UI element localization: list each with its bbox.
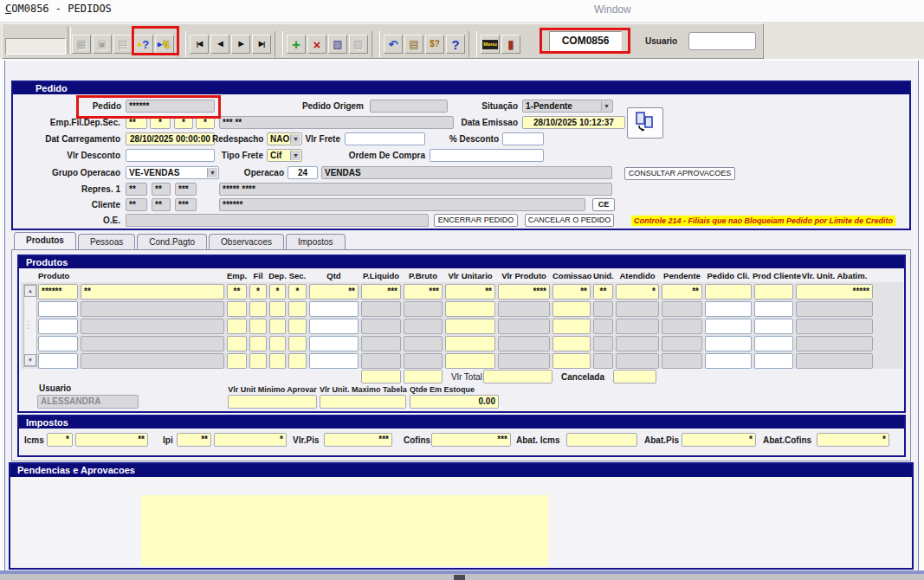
usuario-input[interactable] xyxy=(688,32,756,50)
dat-carregamento-field[interactable]: 28/10/2025 00:00:00 xyxy=(126,132,215,145)
grid-cell[interactable] xyxy=(269,353,286,369)
grid-cell[interactable] xyxy=(249,353,267,369)
scroll-down-icon[interactable]: ▼ xyxy=(24,354,36,366)
grid-cell[interactable] xyxy=(249,301,267,317)
grupo-operacao-dropdown[interactable]: VE-VENDAS▼ xyxy=(126,166,219,179)
grid-cell[interactable] xyxy=(616,353,659,369)
last-record-button[interactable]: ▶| xyxy=(252,35,271,54)
pedido-origem-field[interactable] xyxy=(370,100,448,113)
grid-cell[interactable] xyxy=(361,336,401,351)
copy-order-button[interactable] xyxy=(627,107,663,139)
grid-cell[interactable] xyxy=(81,336,224,351)
grid-cell[interactable]: * xyxy=(269,284,286,300)
cliente-field2[interactable]: ** xyxy=(152,198,171,211)
grid-cell[interactable] xyxy=(796,336,873,351)
grid-cell[interactable] xyxy=(309,319,359,334)
grid-scrollbar[interactable]: ▲ ∶∶∶∶ ▼ xyxy=(23,284,37,367)
tab-impostos[interactable]: Impostos xyxy=(286,234,346,250)
grid-cell[interactable]: * xyxy=(616,284,659,300)
grid-cell[interactable] xyxy=(81,301,224,317)
cliente-desc-field[interactable]: ****** xyxy=(219,198,585,211)
grid-cell[interactable] xyxy=(288,336,307,351)
grid-cell[interactable]: *** xyxy=(361,284,401,300)
grid-cell[interactable] xyxy=(404,336,443,351)
grid-cell[interactable] xyxy=(81,319,224,334)
grid-cell[interactable] xyxy=(249,336,267,351)
grid-cell[interactable] xyxy=(498,336,550,351)
grid-cell[interactable] xyxy=(288,353,307,369)
grid-cell[interactable] xyxy=(616,301,659,317)
grid-cell[interactable]: ****** xyxy=(38,284,78,300)
taskbar-item[interactable] xyxy=(454,575,465,580)
menu-button[interactable]: Menu xyxy=(481,35,500,54)
ordem-de-compra-field[interactable] xyxy=(430,149,544,162)
icms-field-1[interactable]: * xyxy=(47,433,73,447)
grid-cell[interactable] xyxy=(662,353,702,369)
grid-cell[interactable] xyxy=(227,336,247,351)
grid-cell[interactable] xyxy=(445,353,495,369)
grid-cell[interactable] xyxy=(705,301,752,317)
grid-cell[interactable] xyxy=(269,336,286,351)
grid-cell[interactable] xyxy=(552,319,591,334)
grid-cell[interactable] xyxy=(593,319,613,334)
repres1-field3[interactable]: *** xyxy=(175,183,197,196)
grid-cell[interactable]: ** xyxy=(445,284,495,300)
grid-cell[interactable]: ** xyxy=(81,284,224,300)
grid-cell[interactable] xyxy=(754,319,793,334)
grid-cell[interactable] xyxy=(498,353,550,369)
consultar-aprovacoes-button[interactable]: CONSULTAR APROVACOES xyxy=(624,167,735,180)
subtotal-field-1[interactable] xyxy=(361,370,401,383)
grid-cell[interactable]: ** xyxy=(227,284,247,300)
abat-pis-field[interactable]: * xyxy=(682,433,756,447)
grid-cell[interactable] xyxy=(796,301,873,317)
grid-cell[interactable] xyxy=(593,301,613,317)
grid-cell[interactable] xyxy=(361,353,401,369)
grid-cell[interactable] xyxy=(81,353,224,369)
repres1-field1[interactable]: ** xyxy=(126,183,147,196)
vlr-total-field[interactable] xyxy=(483,370,552,383)
repres1-desc-field[interactable]: ***** **** xyxy=(219,183,612,196)
scrollbar-handle[interactable]: ∶∶∶∶ xyxy=(27,321,29,330)
cliente-field1[interactable]: ** xyxy=(126,198,147,211)
grid-cell[interactable] xyxy=(754,301,793,317)
help-button[interactable]: ? xyxy=(446,35,465,54)
tab-produtos[interactable]: Produtos xyxy=(14,232,76,250)
vlr-desconto-field[interactable] xyxy=(126,149,215,162)
grid-cell[interactable] xyxy=(662,301,702,317)
grid-cell[interactable] xyxy=(498,301,550,317)
tab-cond-pagto[interactable]: Cond.Pagto xyxy=(137,234,207,250)
grid-cell[interactable] xyxy=(705,319,752,334)
grid-cell[interactable] xyxy=(361,301,401,317)
grid-cell[interactable] xyxy=(662,336,702,351)
next-record-button[interactable]: ▶ xyxy=(231,35,250,54)
print-button[interactable]: ▤ xyxy=(113,35,132,54)
cancelar-pedido-button[interactable]: CANCELAR O PEDIDO xyxy=(525,214,614,227)
grid-cell[interactable] xyxy=(593,353,613,369)
grid-cell[interactable] xyxy=(269,301,286,317)
grid-cell[interactable]: *** xyxy=(404,284,443,300)
cofins-field[interactable]: *** xyxy=(431,433,511,447)
grid-cell[interactable] xyxy=(269,319,286,334)
grid-cell[interactable] xyxy=(309,301,359,317)
operacao-desc-field[interactable]: VENDAS xyxy=(321,166,612,179)
prev-record-button[interactable]: ◀ xyxy=(210,35,229,54)
grid-cell[interactable] xyxy=(227,353,247,369)
pendencias-notes-area[interactable] xyxy=(141,495,548,566)
ipi-field-2[interactable]: * xyxy=(214,433,287,447)
grid-cell[interactable] xyxy=(227,301,247,317)
grid-cell[interactable]: * xyxy=(288,284,307,300)
grid-cell[interactable]: **** xyxy=(498,284,550,300)
grid-cell[interactable] xyxy=(498,319,550,334)
encerrar-pedido-button[interactable]: ENCERRAR PEDIDO xyxy=(434,214,518,227)
tab-observacoes[interactable]: Observacoes xyxy=(209,234,284,250)
abat-cofins-field[interactable]: * xyxy=(817,433,889,447)
grid-cell[interactable]: ** xyxy=(309,284,359,300)
data-emissao-field[interactable]: 28/10/2025 10:12:37 xyxy=(522,116,625,129)
grid-cell[interactable] xyxy=(552,336,591,351)
grid-cell[interactable] xyxy=(38,301,78,317)
grid-cell[interactable] xyxy=(309,336,359,351)
operacao-field[interactable]: 24 xyxy=(288,166,318,179)
grid-cell[interactable] xyxy=(249,319,267,334)
grid-cell[interactable] xyxy=(404,301,443,317)
grid-cell[interactable] xyxy=(616,319,659,334)
